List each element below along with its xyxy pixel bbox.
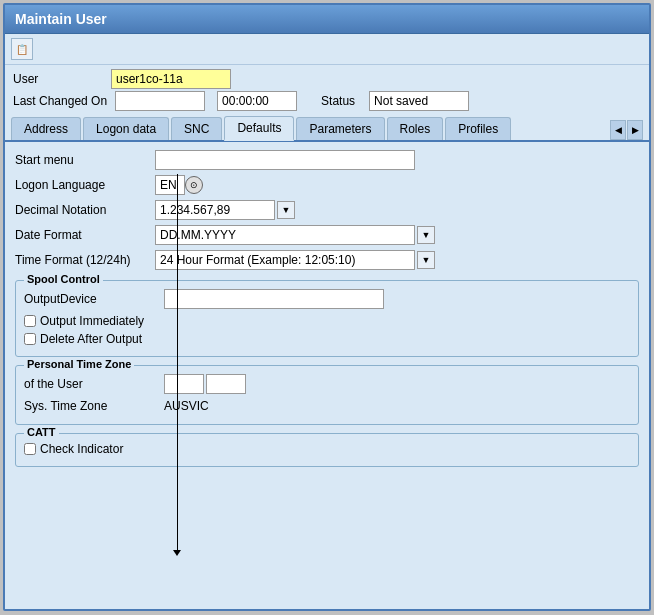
title-bar: Maintain User (5, 5, 649, 34)
logon-language-btn[interactable]: ⊙ (185, 176, 203, 194)
decimal-notation-row: Decimal Notation ▼ (15, 200, 639, 220)
tab-address[interactable]: Address (11, 117, 81, 140)
catt-title: CATT (24, 426, 59, 438)
output-device-label: OutputDevice (24, 292, 164, 306)
last-changed-time-input[interactable] (217, 91, 297, 111)
last-changed-label: Last Changed On (13, 94, 107, 108)
output-immediately-label: Output Immediately (40, 314, 144, 328)
output-immediately-checkbox[interactable] (24, 315, 36, 327)
form-header: User Last Changed On Status (5, 65, 649, 115)
spool-control-title: Spool Control (24, 273, 103, 285)
decimal-notation-label: Decimal Notation (15, 203, 155, 217)
delete-after-output-row: Delete After Output (24, 332, 630, 346)
sys-time-zone-row: Sys. Time Zone AUSVIC (24, 399, 630, 413)
output-device-input[interactable] (164, 289, 384, 309)
check-indicator-label: Check Indicator (40, 442, 123, 456)
check-indicator-row: Check Indicator (24, 442, 630, 456)
status-input[interactable] (369, 91, 469, 111)
tab-profiles[interactable]: Profiles (445, 117, 511, 140)
tab-parameters[interactable]: Parameters (296, 117, 384, 140)
check-indicator-checkbox[interactable] (24, 443, 36, 455)
time-format-row: Time Format (12/24h) ▼ (15, 250, 639, 270)
time-format-dropdown[interactable]: ▼ (417, 251, 435, 269)
date-format-input[interactable] (155, 225, 415, 245)
delete-after-output-label: Delete After Output (40, 332, 142, 346)
toolbar: 📋 (5, 34, 649, 65)
decimal-notation-dropdown[interactable]: ▼ (277, 201, 295, 219)
logon-language-input[interactable] (155, 175, 185, 195)
output-immediately-row: Output Immediately (24, 314, 630, 328)
status-label: Status (321, 94, 355, 108)
content-area: Start menu Logon Language ⊙ Decimal Nota… (5, 142, 649, 483)
output-device-row: OutputDevice (24, 289, 630, 309)
personal-time-zone-title: Personal Time Zone (24, 358, 134, 370)
start-menu-row: Start menu (15, 150, 639, 170)
tab-scroll-left[interactable]: ◀ (610, 120, 626, 140)
tab-snc[interactable]: SNC (171, 117, 222, 140)
of-user-label: of the User (24, 377, 164, 391)
decimal-notation-input[interactable] (155, 200, 275, 220)
logon-language-row: Logon Language ⊙ (15, 175, 639, 195)
main-window: Maintain User 📋 User Last Changed On Sta… (3, 3, 651, 611)
start-menu-input[interactable] (155, 150, 415, 170)
time-format-input[interactable] (155, 250, 415, 270)
tab-roles[interactable]: Roles (387, 117, 444, 140)
tab-defaults[interactable]: Defaults (224, 116, 294, 141)
start-menu-label: Start menu (15, 153, 155, 167)
time-format-label: Time Format (12/24h) (15, 253, 155, 267)
last-changed-date-input[interactable] (115, 91, 205, 111)
sys-time-zone-value: AUSVIC (164, 399, 209, 413)
logon-language-label: Logon Language (15, 178, 155, 192)
of-user-row: of the User (24, 374, 630, 394)
window-title: Maintain User (15, 11, 107, 27)
tab-scroll-right[interactable]: ▶ (627, 120, 643, 140)
spool-control-section: Spool Control OutputDevice Output Immedi… (15, 280, 639, 357)
of-user-input2[interactable] (206, 374, 246, 394)
personal-time-zone-section: Personal Time Zone of the User Sys. Time… (15, 365, 639, 425)
tab-scroll-buttons: ◀ ▶ (610, 120, 643, 140)
date-format-dropdown[interactable]: ▼ (417, 226, 435, 244)
of-user-input[interactable] (164, 374, 204, 394)
delete-after-output-checkbox[interactable] (24, 333, 36, 345)
toolbar-btn-1[interactable]: 📋 (11, 38, 33, 60)
sys-time-zone-label: Sys. Time Zone (24, 399, 164, 413)
date-format-row: Date Format ▼ (15, 225, 639, 245)
tabs-bar: Address Logon data SNC Defaults Paramete… (5, 115, 649, 142)
last-changed-row: Last Changed On Status (13, 91, 641, 111)
catt-section: CATT Check Indicator (15, 433, 639, 467)
date-format-label: Date Format (15, 228, 155, 242)
user-label: User (13, 72, 103, 86)
user-input[interactable] (111, 69, 231, 89)
arrow-head (173, 550, 181, 556)
tab-logon[interactable]: Logon data (83, 117, 169, 140)
user-row: User (13, 69, 641, 89)
